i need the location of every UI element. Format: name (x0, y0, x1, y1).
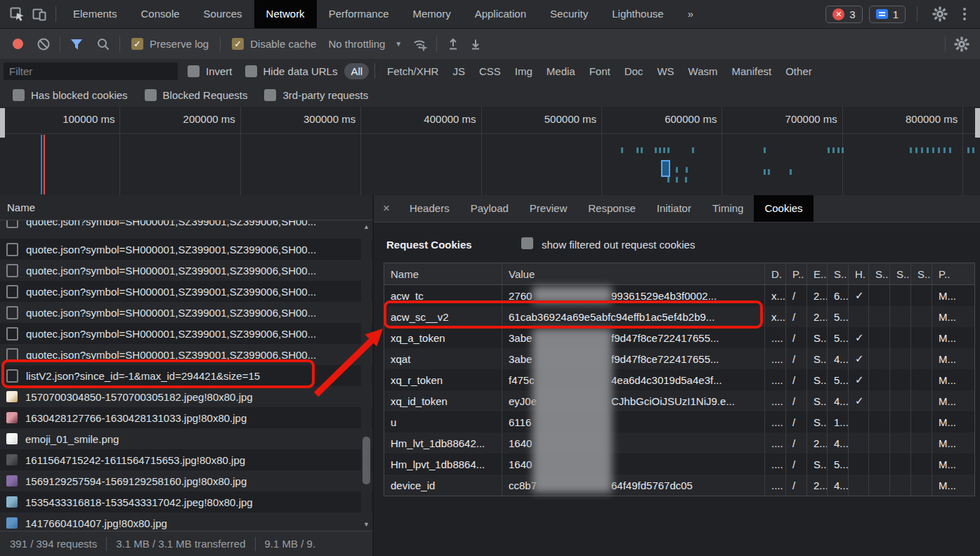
cookie-row[interactable]: u6116..../S...1...M... (384, 411, 974, 432)
chevron-down-icon[interactable]: ▼ (395, 40, 402, 48)
filter-input[interactable] (4, 62, 178, 80)
show-filtered-cookies-checkbox[interactable] (521, 237, 533, 249)
request-row[interactable]: 1417660410407.jpg!80x80.jpg (0, 512, 372, 531)
tab-network[interactable]: Network (254, 0, 317, 28)
request-row[interactable]: quotec.json?symbol=SH000001,SZ399001,SZ3… (0, 260, 372, 281)
disable-cache-toggle[interactable]: ✓ Disable cache (232, 38, 316, 50)
network-overview-timeline[interactable]: 100000 ms200000 ms300000 ms400000 ms5000… (0, 107, 980, 196)
checkbox[interactable] (13, 89, 25, 101)
preserve-log-toggle[interactable]: ✓ Preserve log (131, 38, 209, 50)
filter-type-fetchxhr[interactable]: Fetch/XHR (381, 63, 445, 79)
cookie-row[interactable]: xq_a_token3abef9d47f8ce722417655......./… (384, 327, 974, 348)
hide-data-urls-checkbox[interactable] (245, 65, 257, 77)
filter-type-img[interactable]: Img (509, 63, 539, 79)
invert-checkbox[interactable] (188, 65, 200, 77)
request-row[interactable]: 1630428127766-1630428131033.jpg!80x80.jp… (0, 407, 372, 428)
tab-console[interactable]: Console (129, 0, 192, 28)
settings-gear-icon[interactable] (929, 3, 951, 25)
cookie-row[interactable]: xq_r_tokenf475c4ea6d4c3019d5a4e3f.......… (384, 369, 974, 390)
cookie-row[interactable]: xqat3abef9d47f8ce722417655......./S...4.… (384, 348, 974, 369)
cookie-column-header[interactable]: Name (384, 263, 502, 284)
cookie-row[interactable]: xq_id_tokeneyJ0eCJhbGciOiJSUzI1NiJ9.e...… (384, 390, 974, 411)
cookie-column-header[interactable]: S.. (911, 263, 932, 284)
disable-cache-checkbox[interactable]: ✓ (232, 38, 244, 50)
tab-sources[interactable]: Sources (192, 0, 254, 28)
console-errors-badge[interactable]: ✕ 3 (825, 6, 862, 23)
inspect-element-icon[interactable] (6, 3, 28, 25)
scroll-down-icon[interactable]: ▼ (361, 521, 372, 528)
request-row[interactable]: quotec.json?symbol=SH000001,SZ399001,SZ3… (0, 239, 372, 260)
filter-type-font[interactable]: Font (583, 63, 617, 79)
cookie-attr: M... (932, 432, 974, 454)
tab-lighthouse[interactable]: Lighthouse (600, 0, 675, 28)
tab-performance[interactable]: Performance (317, 0, 401, 28)
filter-type-media[interactable]: Media (540, 63, 582, 79)
overview-left-handle[interactable] (0, 108, 5, 138)
tab-security[interactable]: Security (538, 0, 600, 28)
scrollbar-thumb[interactable] (362, 437, 370, 484)
filter-3rd-party-requests[interactable]: 3rd-party requests (264, 89, 368, 101)
filter-type-css[interactable]: CSS (473, 63, 507, 79)
cookie-column-header[interactable]: S.. (869, 263, 890, 284)
search-icon[interactable] (92, 33, 115, 55)
detail-tab-cookies[interactable]: Cookies (754, 195, 813, 222)
tab-memory[interactable]: Memory (401, 0, 463, 28)
tab-more[interactable]: » (676, 0, 705, 28)
hide-data-urls-toggle[interactable]: Hide data URLs (245, 65, 338, 77)
invert-toggle[interactable]: Invert (188, 65, 233, 77)
cookie-column-header[interactable]: E.. (807, 263, 828, 284)
cookie-column-header[interactable]: P.. (786, 263, 807, 284)
panel-settings-gear-icon[interactable] (950, 33, 973, 55)
filter-funnel-icon[interactable] (65, 33, 88, 55)
checkbox[interactable] (145, 89, 157, 101)
cookie-row[interactable]: device_idcc8b764f49fd5767dc05..../2...4.… (384, 475, 974, 496)
record-button[interactable] (13, 39, 23, 49)
clear-icon[interactable] (32, 33, 55, 55)
cookie-column-header[interactable]: Value (502, 263, 765, 284)
cookie-column-header[interactable]: S.. (828, 263, 849, 284)
preserve-log-checkbox[interactable]: ✓ (131, 38, 143, 50)
tab-elements[interactable]: Elements (61, 0, 129, 28)
detail-tab-payload[interactable]: Payload (460, 195, 519, 222)
detail-tab-initiator[interactable]: Initiator (646, 195, 702, 222)
cookie-column-header[interactable]: P.. (932, 263, 974, 284)
cookie-header-row: NameValueD.P..E..S..H.S..S..S..P.. (384, 263, 974, 285)
export-har-icon[interactable] (464, 33, 487, 55)
filter-type-wasm[interactable]: Wasm (682, 63, 724, 79)
cookie-column-header[interactable]: H. (849, 263, 869, 284)
filter-has-blocked-cookies[interactable]: Has blocked cookies (13, 89, 128, 101)
filter-type-doc[interactable]: Doc (618, 63, 650, 79)
request-row[interactable]: emoji_01_smile.png (0, 428, 372, 449)
filter-type-other[interactable]: Other (779, 63, 818, 79)
tab-application[interactable]: Application (463, 0, 538, 28)
network-conditions-icon[interactable] (409, 33, 431, 55)
cookie-row[interactable]: Hm_lpvt_1db8864...1640..../S...5...M... (384, 454, 974, 475)
request-row[interactable]: 1611564715242-1611564715653.jpg!80x80.jp… (0, 449, 372, 470)
name-column-header[interactable]: Name (0, 195, 372, 220)
detail-tab-headers[interactable]: Headers (399, 195, 460, 222)
filter-type-js[interactable]: JS (446, 63, 471, 79)
filter-type-all[interactable]: All (344, 63, 369, 79)
detail-tab-response[interactable]: Response (577, 195, 646, 222)
filter-type-ws[interactable]: WS (651, 63, 680, 79)
request-row[interactable]: 1535433316818-1535433317042.jpeg!80x80.j… (0, 491, 372, 512)
request-row[interactable]: quotec.json?symbol=SH000001,SZ399001,SZ3… (0, 281, 372, 302)
cookie-column-header[interactable]: S.. (890, 263, 911, 284)
scroll-up-icon[interactable]: ▲ (361, 223, 372, 230)
detail-tab-timing[interactable]: Timing (702, 195, 754, 222)
checkbox[interactable] (264, 89, 276, 101)
request-row[interactable]: quotec.json?symbol=SH000001,SZ399001,SZ3… (0, 220, 372, 239)
cookie-column-header[interactable]: D. (765, 263, 786, 284)
throttling-select[interactable]: No throttling (328, 38, 385, 50)
filter-type-manifest[interactable]: Manifest (726, 63, 778, 79)
issues-badge[interactable]: 1 (869, 6, 906, 23)
cookie-row[interactable]: Hm_lvt_1db88642...1640..../2...4...M... (384, 432, 974, 454)
kebab-menu-icon[interactable] (958, 8, 972, 20)
import-har-icon[interactable] (442, 33, 464, 55)
overview-right-handle[interactable] (975, 108, 980, 138)
detail-tab-preview[interactable]: Preview (519, 195, 577, 222)
device-toolbar-icon[interactable] (28, 3, 51, 25)
filter-blocked-requests[interactable]: Blocked Requests (145, 89, 248, 101)
close-icon[interactable]: × (374, 201, 399, 216)
request-row[interactable]: 1569129257594-1569129258160.jpg!80x80.jp… (0, 470, 372, 491)
